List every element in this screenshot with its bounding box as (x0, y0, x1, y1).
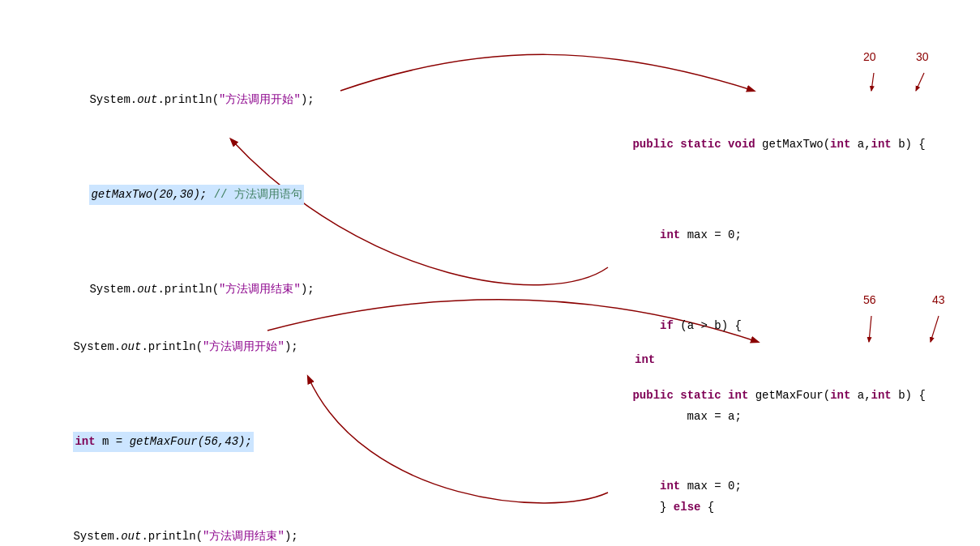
code-diagram: System.out.println("方法调用开始"); getMaxTwo(… (0, 0, 980, 546)
annotation-30: 30 (916, 50, 929, 63)
bl-line3: System.out.println("方法调用结束"); (32, 510, 298, 546)
tr-line1: int max = 0; (592, 208, 926, 262)
int-label: int (635, 353, 655, 366)
br-line1: int max = 0; (592, 459, 926, 514)
annotation-43: 43 (932, 293, 945, 306)
annotation-20: 20 (863, 50, 876, 63)
bl-line2: int m = getMaxFour(56,43); (32, 414, 298, 470)
bl-line1: System.out.println("方法调用开始"); (32, 320, 298, 374)
tl-line2: getMaxTwo(20,30); // 方法调用语句 (49, 167, 315, 223)
annotation-56: 56 (863, 293, 876, 306)
tl-line1: System.out.println("方法调用开始"); (49, 73, 315, 127)
br-sig: public static int getMaxFour(int a,int b… (592, 369, 926, 423)
tr-sig: public static void getMaxTwo(int a,int b… (592, 117, 926, 172)
bottom-left-block: System.out.println("方法调用开始"); int m = ge… (32, 284, 298, 546)
